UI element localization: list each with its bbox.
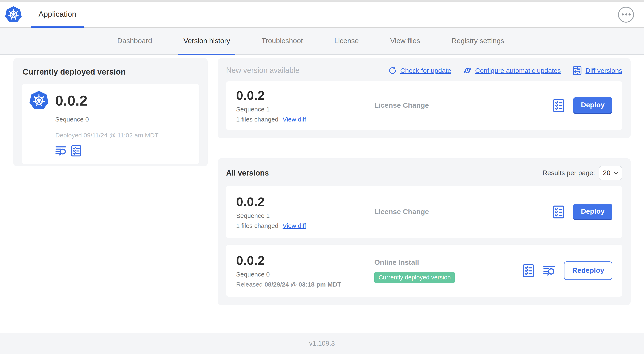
version-sequence: Sequence 1 <box>236 212 374 219</box>
results-per-page-value: 20 <box>603 169 610 177</box>
results-per-page: Results per page: 20 <box>542 166 622 180</box>
version-source-label: License Change <box>374 208 552 216</box>
logs-icon <box>55 145 67 156</box>
deploy-button[interactable]: Deploy <box>574 204 612 220</box>
version-number: 0.0.2 <box>236 195 374 209</box>
current-version-column: Currently deployed version <box>14 58 208 333</box>
new-version-panel: New version available Check for update <box>218 58 630 138</box>
view-diff-link[interactable]: View diff <box>283 116 306 123</box>
subnav-tabs: Dashboard Version history Troubleshoot L… <box>0 28 644 55</box>
results-per-page-select[interactable]: 20 <box>599 166 622 180</box>
version-number: 0.0.2 <box>236 253 374 268</box>
version-actions: Check for update <box>388 66 622 75</box>
tab-dashboard[interactable]: Dashboard <box>112 28 157 55</box>
new-version-card: 0.0.2 Sequence 1 1 files changed View di… <box>226 81 622 130</box>
diff-icon <box>572 66 582 75</box>
window-top-strip <box>0 0 644 2</box>
checklist-icon <box>552 99 565 112</box>
ellipsis-icon <box>622 14 630 16</box>
main-content: Currently deployed version <box>0 55 644 333</box>
app-tab-label: Application <box>38 10 76 19</box>
tab-license[interactable]: License <box>329 28 364 55</box>
results-per-page-label: Results per page: <box>542 169 595 177</box>
preflight-checks-button[interactable] <box>552 205 565 219</box>
tab-view-files[interactable]: View files <box>385 28 425 55</box>
app-window: Application Dashboard Version history Tr… <box>0 0 644 354</box>
preflight-checks-button[interactable] <box>552 99 565 112</box>
tab-version-history[interactable]: Version history <box>178 28 235 55</box>
auto-update-icon <box>463 66 472 75</box>
version-sequence: Sequence 0 <box>236 271 374 278</box>
version-number: 0.0.2 <box>236 88 374 103</box>
all-versions-panel: All versions Results per page: 20 <box>218 158 630 305</box>
chevron-down-icon <box>614 172 618 174</box>
console-version-label: v1.109.3 <box>309 339 335 347</box>
more-options-button[interactable] <box>618 7 634 23</box>
currently-deployed-card: 0.0.2 Sequence 0 Deployed 09/11/24 @ 11:… <box>22 84 199 164</box>
active-app-tab-underline <box>31 26 84 28</box>
checklist-icon <box>522 264 535 277</box>
view-preflight-checks-button[interactable] <box>71 145 82 157</box>
version-sequence: Sequence 1 <box>236 106 374 113</box>
kubernetes-app-icon <box>29 91 48 110</box>
preflight-checks-button[interactable] <box>522 264 535 277</box>
current-version-number: 0.0.2 <box>55 92 88 109</box>
deploy-button[interactable]: Deploy <box>574 97 612 114</box>
refresh-icon <box>388 66 397 75</box>
kubernetes-logo-icon <box>5 6 22 23</box>
checklist-icon <box>552 205 565 219</box>
diff-versions-link[interactable]: Diff versions <box>572 66 622 75</box>
new-version-title: New version available <box>226 66 300 75</box>
tab-registry-settings[interactable]: Registry settings <box>446 28 509 55</box>
currently-deployed-badge: Currently deployed version <box>374 272 455 283</box>
app-header: Application <box>0 2 644 28</box>
currently-deployed-title: Currently deployed version <box>22 68 199 77</box>
version-released-date: Released 08/29/24 @ 03:18 pm MDT <box>236 281 374 288</box>
files-changed-label: 1 files changed <box>236 116 278 123</box>
app-tab-application[interactable]: Application <box>31 2 84 27</box>
tab-troubleshoot[interactable]: Troubleshoot <box>256 28 308 55</box>
view-deploy-logs-button[interactable] <box>543 265 556 276</box>
files-changed-label: 1 files changed <box>236 222 278 229</box>
app-footer: v1.109.3 <box>0 333 644 354</box>
version-row: 0.0.2 Sequence 0 Released 08/29/24 @ 03:… <box>226 245 622 297</box>
logs-icon <box>543 265 556 276</box>
redeploy-button[interactable]: Redeploy <box>564 261 612 280</box>
all-versions-title: All versions <box>226 169 269 177</box>
view-diff-link[interactable]: View diff <box>283 222 306 229</box>
version-source-label: License Change <box>374 101 552 110</box>
check-for-update-link[interactable]: Check for update <box>388 66 452 75</box>
current-version-sequence: Sequence 0 <box>55 116 192 123</box>
configure-automatic-updates-link[interactable]: Configure automatic updates <box>463 66 561 75</box>
current-version-deployed-date: Deployed 09/11/24 @ 11:02 am MDT <box>55 132 192 139</box>
version-source-label: Online Install <box>374 258 522 267</box>
checklist-icon <box>71 145 82 157</box>
version-row: 0.0.2 Sequence 1 1 files changed View di… <box>226 186 622 238</box>
versions-column: New version available Check for update <box>218 58 630 333</box>
view-deploy-logs-button[interactable] <box>55 145 67 156</box>
currently-deployed-panel: Currently deployed version <box>14 58 208 166</box>
